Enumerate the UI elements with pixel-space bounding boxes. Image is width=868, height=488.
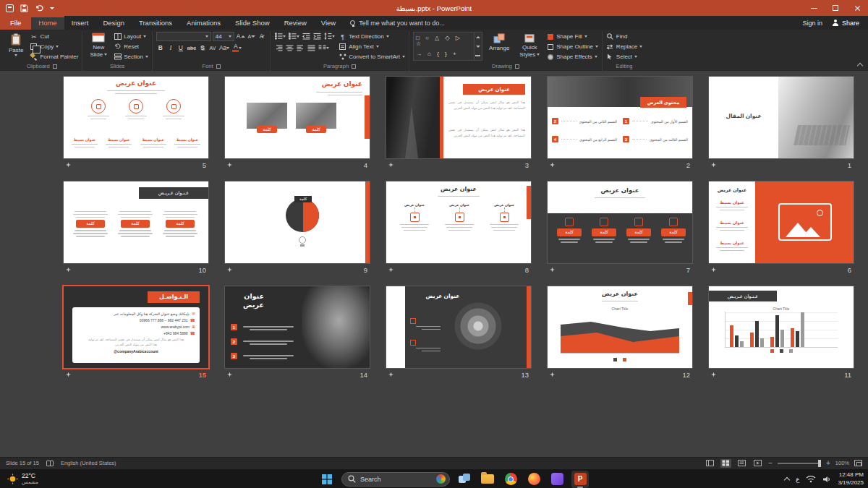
dialog-launcher-icon[interactable] (352, 64, 356, 69)
dialog-launcher-icon[interactable] (53, 64, 57, 69)
slide-3-thumbnail[interactable]: عنوان عريض هذا النص هو مثال لنص يمكن أن … (386, 77, 531, 158)
zoom-in-button[interactable]: + (826, 460, 830, 467)
slide-5-thumbnail[interactable]: عنوان عريض عنوان بسيط عنوان بسيط عنوان ب… (64, 77, 208, 158)
slide-8-cell[interactable]: عنوان عريض عنوان عريض عنوان عريض عنوان ع… (386, 181, 531, 275)
font-name-combo[interactable] (156, 32, 211, 41)
shrink-font-button[interactable]: A (247, 32, 257, 41)
start-button[interactable] (318, 471, 336, 488)
cut-button[interactable]: ✂Cut (30, 32, 78, 41)
align-right-button[interactable] (274, 43, 284, 53)
tab-file[interactable]: File (0, 16, 31, 30)
language-switcher[interactable]: ع (796, 476, 799, 483)
slide-7-cell[interactable]: عنوان عريض كلمة كلمة كلمة كلمة 7 (548, 181, 692, 275)
clear-formatting-button[interactable]: A (258, 32, 266, 41)
slide-9-thumbnail[interactable]: كلمة (225, 181, 370, 263)
shape-outline-button[interactable]: Shape Outline (546, 42, 598, 51)
increase-indent-button[interactable] (312, 32, 322, 41)
align-center-button[interactable] (285, 43, 294, 53)
reading-view-button[interactable] (736, 459, 747, 468)
columns-button[interactable] (318, 43, 330, 53)
slide-10-thumbnail[interactable]: عـنـوان عـريـض كلمة كلمة كلمة (64, 181, 208, 263)
minimize-button[interactable] (803, 0, 825, 16)
strikethrough-button[interactable]: abc (187, 43, 197, 53)
tab-design[interactable]: Design (95, 16, 132, 30)
paste-button[interactable]: Paste (5, 31, 27, 58)
slide-sorter-view-button[interactable] (720, 459, 731, 468)
shape-effects-button[interactable]: Shape Effects (546, 52, 598, 61)
slide-1-cell[interactable]: عنوان المقال 1 (709, 77, 854, 170)
volume-icon[interactable] (822, 476, 831, 483)
firefox-button[interactable] (525, 471, 542, 488)
select-button[interactable]: Select (606, 52, 642, 61)
slide-12-thumbnail[interactable]: عنوان عريض Chart Title (548, 286, 692, 368)
save-button[interactable] (20, 4, 28, 12)
wifi-icon[interactable] (806, 475, 816, 483)
clock[interactable]: 12:48 PM 3/19/2025 (838, 471, 864, 487)
change-case-button[interactable]: Aa (218, 43, 230, 53)
slide-12-cell[interactable]: عنوان عريض Chart Title 12 (548, 286, 692, 380)
slide-15-cell[interactable]: الـتـواصـل بإمكانك وضع عنوان الشركة هنا … (64, 286, 208, 380)
slide-7-thumbnail[interactable]: عنوان عريض كلمة كلمة كلمة كلمة (548, 181, 692, 263)
hidden-icons-button[interactable] (784, 476, 790, 482)
slideshow-view-button[interactable] (752, 459, 763, 468)
share-button[interactable]: Share (833, 20, 859, 27)
task-view-button[interactable] (456, 471, 473, 488)
app-icon[interactable] (6, 4, 14, 12)
normal-view-button[interactable] (705, 459, 715, 468)
slide-3-cell[interactable]: عنوان عريض هذا النص هو مثال لنص يمكن أن … (386, 77, 531, 170)
slide-4-cell[interactable]: عنوان عريض كلمة كلمة 4 (225, 77, 370, 170)
italic-button[interactable]: I (166, 43, 175, 53)
slide-6-cell[interactable]: عنوان عريض عنوان بسيط عنوان بسيط عنوان ب… (709, 181, 854, 275)
slide-10-cell[interactable]: عـنـوان عـريـض كلمة كلمة كلمة 10 (64, 181, 208, 275)
zoom-slider-thumb[interactable] (818, 460, 821, 467)
purple-app-button[interactable] (548, 471, 566, 488)
dialog-launcher-icon[interactable] (515, 64, 519, 69)
maximize-button[interactable] (825, 0, 846, 16)
replace-button[interactable]: Replace (606, 42, 642, 51)
slide-14-thumbnail[interactable]: عنوان عريض 1 2 3 (225, 286, 370, 368)
zoom-out-button[interactable]: − (768, 460, 773, 467)
tab-insert[interactable]: Insert (64, 16, 96, 30)
gallery-scrollbar[interactable] (474, 33, 482, 60)
shape-fill-button[interactable]: Shape Fill (546, 32, 598, 41)
slide-sorter-view[interactable]: عنوان عريض عنوان بسيط عنوان بسيط عنوان ب… (0, 71, 868, 457)
text-direction-button[interactable]: ¶Text Direction (339, 32, 405, 41)
slide-13-cell[interactable]: عنوان عريض 13 (386, 286, 531, 380)
bullets-button[interactable] (274, 32, 286, 41)
grow-font-button[interactable]: A (236, 32, 246, 41)
text-shadow-button[interactable]: S (198, 43, 207, 53)
taskbar-search[interactable]: Search (341, 472, 450, 487)
copy-button[interactable]: Copy (30, 42, 78, 51)
weather-widget[interactable]: 22°Cمشمس (3, 469, 43, 488)
font-size-combo[interactable]: 44 (213, 32, 234, 41)
reset-button[interactable]: Reset (114, 42, 148, 51)
tab-animations[interactable]: Animations (179, 16, 228, 30)
slide-6-thumbnail[interactable]: عنوان عريض عنوان بسيط عنوان بسيط عنوان ب… (709, 181, 854, 263)
slide-4-thumbnail[interactable]: عنوان عريض كلمة كلمة (225, 77, 370, 158)
quick-styles-button[interactable]: Quick Styles (516, 31, 543, 59)
slide-9-cell[interactable]: كلمة 9 (225, 181, 370, 275)
customize-qat-button[interactable] (50, 7, 54, 9)
font-color-button[interactable]: A (231, 43, 242, 53)
slide-1-thumbnail[interactable]: عنوان المقال (709, 77, 854, 158)
numbering-button[interactable] (288, 32, 300, 41)
section-button[interactable]: Section (114, 52, 148, 61)
undo-button[interactable] (35, 4, 43, 12)
fit-slide-to-window-button[interactable] (854, 460, 862, 466)
tab-view[interactable]: View (314, 16, 343, 30)
close-button[interactable] (846, 0, 868, 16)
language-indicator[interactable]: English (United States) (61, 460, 116, 466)
underline-button[interactable]: U (176, 43, 185, 53)
sign-in-button[interactable]: Sign in (802, 20, 822, 27)
character-spacing-button[interactable]: AV (208, 43, 217, 53)
slide-2-cell[interactable]: محتوى العرض 1القسم الأول من المحتوى 2الق… (548, 77, 692, 170)
proofing-icon[interactable] (46, 461, 54, 466)
decrease-indent-button[interactable] (302, 32, 311, 41)
tell-me-box[interactable]: Tell me what you want to do... (350, 16, 445, 30)
arrange-button[interactable]: Arrange (485, 31, 513, 53)
align-left-button[interactable] (296, 43, 305, 53)
slide-11-thumbnail[interactable]: عـنـوان عـريـض Chart Title (709, 286, 854, 368)
slide-15-thumbnail[interactable]: الـتـواصـل بإمكانك وضع عنوان الشركة هنا … (64, 286, 208, 368)
shapes-gallery[interactable]: □ ○ △ ◇ ▷ ☆ → ⌂ { } + (413, 32, 482, 61)
new-slide-button[interactable]: New Slide (86, 31, 111, 59)
